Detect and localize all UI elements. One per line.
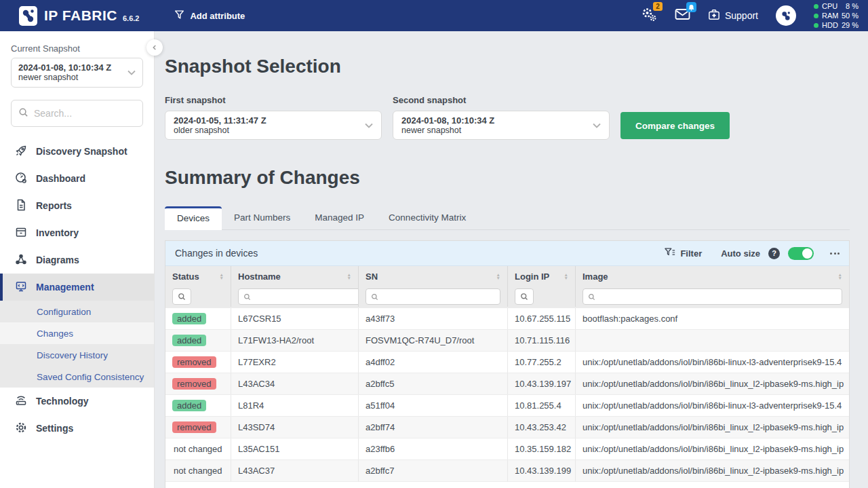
sidebar-item-technology[interactable]: Technology: [0, 388, 154, 415]
sidebar-item-reports[interactable]: Reports: [0, 192, 154, 219]
status-dot-icon: [814, 4, 818, 9]
sidebar-item-management[interactable]: Management: [0, 274, 154, 301]
image-search-field[interactable]: [583, 288, 842, 305]
sort-icon[interactable]: ▲▼: [220, 273, 224, 280]
cell-hostname: L81R4: [231, 395, 359, 416]
column-header-login-ip[interactable]: Login IP ▲▼: [508, 266, 576, 286]
sidebar-item-label: Reports: [36, 200, 72, 211]
status-search-button[interactable]: [172, 288, 191, 305]
cell-sn: a51ff04: [359, 395, 508, 416]
auto-size-toggle[interactable]: [788, 247, 814, 260]
filter-button[interactable]: Filter: [665, 248, 702, 259]
status-badge: not changed: [172, 444, 224, 454]
hostname-search-field[interactable]: [238, 288, 359, 305]
system-settings-button[interactable]: 2: [641, 7, 657, 24]
sidebar-item-dashboard[interactable]: Dashboard: [0, 165, 154, 192]
filter-list-icon: [665, 248, 675, 259]
table-row[interactable]: added L71FW13-HA2/root FOSVM1QC-R74U_D7/…: [165, 330, 849, 352]
column-header-hostname[interactable]: Hostname ▲▼: [231, 266, 359, 286]
toggle-knob: [802, 248, 812, 259]
brand[interactable]: IP FABRIC 6.6.2: [19, 6, 139, 26]
status-dot-icon: [814, 14, 818, 18]
table-row[interactable]: removed L43AC34 a2bffc5 10.43.139.197 un…: [165, 373, 849, 395]
stat-value: 8 %: [846, 2, 859, 11]
table-row[interactable]: not changed L35AC151 a23ffb6 10.35.159.1…: [165, 438, 849, 460]
cell-hostname: L43SD74: [231, 417, 359, 438]
tab-connectivity-matrix[interactable]: Connectivity Matrix: [376, 206, 478, 229]
first-snapshot-value: 2024-01-05, 11:31:47 Z: [174, 115, 267, 126]
sidebar-item-saved-config-consistency[interactable]: Saved Config Consistency: [0, 366, 154, 388]
first-aid-icon: [708, 9, 720, 22]
sort-icon[interactable]: ▲▼: [347, 273, 351, 280]
cpu-stat: CPU 8 %: [814, 2, 859, 11]
sn-search-field[interactable]: [366, 288, 500, 305]
sidebar-item-discovery-history[interactable]: Discovery History: [0, 344, 154, 366]
search-input[interactable]: [34, 108, 129, 119]
sidebar-item-label: Inventory: [36, 227, 79, 238]
cell-image: unix:/opt/unetlab/addons/iol/bin/i86bi-l…: [576, 395, 849, 416]
column-header-status[interactable]: Status ▲▼: [165, 266, 231, 286]
second-snapshot-subtitle: newer snapshot: [401, 126, 494, 136]
login-ip-search-button[interactable]: [515, 288, 534, 305]
first-snapshot-select[interactable]: 2024-01-05, 11:31:47 Z older snapshot: [165, 111, 382, 140]
tab-devices[interactable]: Devices: [165, 206, 222, 230]
column-header-image[interactable]: Image ▲▼: [576, 266, 849, 286]
sort-icon[interactable]: ▲▼: [564, 273, 568, 280]
tab-managed-ip[interactable]: Managed IP: [302, 206, 376, 229]
column-header-sn[interactable]: SN ▲▼: [359, 266, 508, 286]
table-row[interactable]: removed L43SD74 a2bff74 10.43.253.42 uni…: [165, 417, 849, 438]
cell-sn: a2bffc7: [359, 460, 508, 481]
add-attribute-label: Add attribute: [190, 11, 245, 21]
sidebar-collapse-button[interactable]: [146, 39, 163, 56]
gauge-icon: [15, 172, 27, 186]
hostname-search-input[interactable]: [255, 292, 359, 301]
search-icon: [18, 107, 28, 120]
cell-login-ip: 10.67.255.115: [508, 308, 576, 329]
current-snapshot-select[interactable]: 2024-01-08, 10:10:34 Z newer snapshot: [11, 58, 143, 88]
stat-value: 29 %: [842, 21, 859, 30]
sidebar-item-configuration[interactable]: Configuration: [0, 301, 154, 322]
table-card-header: Changes in devices Filter Auto size ?: [165, 241, 849, 266]
table-row[interactable]: not changed L43AC37 a2bffc7 10.43.139.19…: [165, 460, 849, 482]
sn-search-input[interactable]: [382, 292, 495, 301]
cell-login-ip: 10.43.139.197: [508, 373, 576, 394]
cell-hostname: L67CSR15: [231, 308, 359, 329]
table-filter-row: [165, 286, 849, 308]
sidebar-item-discovery-snapshot[interactable]: Discovery Snapshot: [0, 138, 154, 165]
add-attribute-button[interactable]: Add attribute: [174, 10, 245, 22]
access-point-icon: [15, 394, 27, 409]
status-badge: not changed: [172, 466, 224, 476]
cell-hostname: L71FW13-HA2/root: [231, 330, 359, 351]
support-label: Support: [725, 10, 758, 21]
tabs-bar: Devices Part Numbers Managed IP Connecti…: [165, 206, 850, 230]
sidebar-search[interactable]: [11, 100, 143, 127]
cell-login-ip: 10.43.253.42: [508, 417, 576, 438]
status-badge: removed: [172, 378, 216, 390]
table-row[interactable]: added L67CSR15 a43ff73 10.67.255.115 boo…: [165, 308, 849, 330]
first-snapshot-label: First snapshot: [165, 95, 382, 105]
hdd-stat: HDD 29 %: [814, 21, 859, 30]
sidebar-item-settings[interactable]: Settings: [0, 415, 154, 442]
user-avatar[interactable]: [776, 5, 796, 26]
document-icon: [15, 199, 27, 213]
sidebar-item-changes[interactable]: Changes: [0, 322, 154, 344]
support-button[interactable]: Support: [708, 9, 758, 22]
table-row[interactable]: added L81R4 a51ff04 10.81.255.4 unix:/op…: [165, 395, 849, 417]
sort-icon[interactable]: ▲▼: [496, 273, 500, 280]
sort-icon[interactable]: ▲▼: [838, 273, 842, 280]
auto-size-label: Auto size: [721, 248, 760, 259]
summary-title: Summary of Changes: [165, 167, 850, 189]
table-row[interactable]: removed L77EXR2 a4dff02 10.77.255.2 unix…: [165, 352, 849, 373]
more-options-icon[interactable]: [830, 252, 840, 255]
messages-button[interactable]: [675, 8, 690, 23]
image-search-input[interactable]: [599, 292, 837, 301]
help-icon[interactable]: ?: [768, 248, 780, 259]
compare-changes-button[interactable]: Compare changes: [620, 112, 730, 139]
sidebar-item-inventory[interactable]: Inventory: [0, 219, 154, 246]
tab-part-numbers[interactable]: Part Numbers: [222, 206, 302, 229]
second-snapshot-select[interactable]: 2024-01-08, 10:10:34 Z newer snapshot: [393, 111, 610, 140]
cell-login-ip: 10.35.159.182: [508, 438, 576, 459]
sidebar-item-diagrams[interactable]: Diagrams: [0, 246, 154, 274]
current-snapshot-subtitle: newer snapshot: [18, 73, 111, 83]
second-snapshot-label: Second snapshot: [393, 95, 610, 105]
